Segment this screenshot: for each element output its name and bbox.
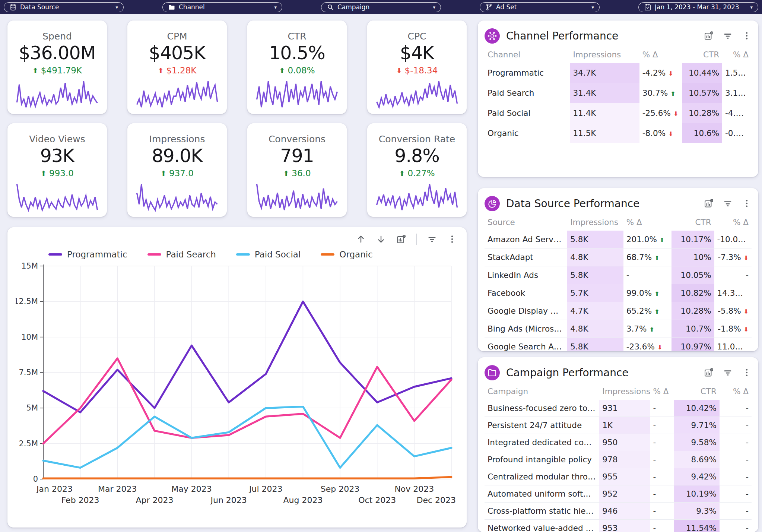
kpi-title: CPC (408, 31, 426, 42)
column-header-impressions-1[interactable]: Impressions (570, 47, 639, 63)
column-header-ctr-3[interactable]: CTR (682, 47, 723, 63)
legend-item-organic[interactable]: Organic (321, 250, 372, 259)
svg-text:Sep 2023: Sep 2023 (321, 484, 359, 494)
filter-bar: Data Source▾Channel▾Campaign▾Ad Set▾Jan … (0, 0, 762, 14)
arrow-down-icon: ⬇ (748, 237, 752, 244)
cell-ctr: 10.05% (671, 266, 714, 284)
table-row: Centralized modular throughput955-9.42%- (485, 468, 752, 485)
cell-impressions: 4.8K (567, 320, 623, 338)
cell-impressions: 11.5K (570, 123, 639, 143)
kpi-title: CTR (288, 31, 306, 42)
filter-icon[interactable] (723, 31, 733, 41)
svg-text:10M: 10M (21, 333, 38, 342)
arrow-up-icon: ⬆ (283, 170, 289, 177)
svg-text:12.5M: 12.5M (16, 297, 38, 306)
column-header-impressions-1[interactable]: Impressions (599, 383, 650, 400)
legend-item-programmatic[interactable]: Programmatic (48, 250, 127, 259)
panel-toolbar (704, 368, 752, 377)
panel-title: Campaign Performance (506, 367, 698, 379)
cell-ctr: 10.42% (674, 400, 720, 417)
kpi-value: 10.5% (269, 42, 325, 64)
table-row: Networked value-added time-frame953-11.5… (485, 520, 752, 532)
filter-dropdown-ad-set[interactable]: Ad Set▾ (480, 2, 600, 12)
svg-text:Aug 2023: Aug 2023 (283, 495, 323, 505)
chart-settings-icon[interactable] (396, 234, 406, 244)
cell-ctr: 9.42% (674, 468, 720, 485)
arrow-down-icon[interactable] (376, 234, 386, 244)
kpi-title: Spend (42, 31, 72, 42)
filter-dropdown-channel[interactable]: Channel▾ (162, 2, 282, 12)
chart-settings-icon[interactable] (704, 368, 714, 377)
pie-icon (485, 196, 500, 211)
date-range-picker[interactable]: Jan 1, 2023 - Mar 31, 2023▾ (638, 2, 758, 12)
chevron-down-icon: ▾ (591, 4, 594, 10)
arrow-down-icon: ⬇ (396, 67, 402, 74)
folder-outline-icon (485, 365, 500, 380)
arrow-down-icon: ⬇ (744, 254, 749, 262)
kebab-icon[interactable] (447, 234, 457, 244)
cell-delta-ctr-value: - (746, 270, 749, 280)
cell-ctr: 10.6% (682, 123, 723, 143)
arrow-up-icon: ⬆ (745, 344, 750, 351)
cell-name: Networked value-added time-frame (485, 520, 599, 532)
column-header--2[interactable]: % Δ (623, 214, 671, 231)
filter-icon[interactable] (723, 199, 733, 208)
kebab-icon[interactable] (742, 199, 752, 208)
column-header--4[interactable]: % Δ (714, 214, 752, 231)
kpi-value: $36.00M (19, 42, 96, 64)
column-header--2[interactable]: % Δ (639, 47, 682, 63)
arrow-down-icon: ⬇ (668, 70, 673, 77)
legend-item-paid-social[interactable]: Paid Social (236, 250, 301, 259)
arrow-up-icon: ⬆ (745, 290, 750, 297)
database-icon (9, 3, 17, 11)
chart-settings-icon[interactable] (704, 31, 714, 41)
column-header--4[interactable]: % Δ (722, 47, 752, 63)
filter-dropdown-campaign[interactable]: Campaign▾ (321, 2, 441, 12)
arrow-up-icon: ⬆ (654, 290, 659, 297)
arrow-up-icon[interactable] (356, 234, 366, 244)
arrow-up-icon: ⬆ (748, 90, 752, 97)
data-table: CampaignImpressions% ΔCTR% ΔBusiness-foc… (485, 383, 752, 532)
panel-header: Channel Performance (485, 25, 752, 47)
filter-dropdown-data-source[interactable]: Data Source▾ (4, 2, 124, 12)
column-header-source-0[interactable]: Source (485, 214, 567, 231)
cell-delta-impressions-value: - (653, 489, 656, 498)
cell-delta-impressions-value: 3.7% (626, 324, 647, 333)
cell-delta-ctr: -4.1%⬇ (722, 103, 752, 123)
cell-impressions: 4.8K (567, 248, 623, 266)
cell-delta-impressions-value: 99.0% (626, 288, 652, 298)
kpi-delta-value: 0.08% (288, 66, 315, 75)
trend-chart-panel: ProgrammaticPaid SearchPaid SocialOrgani… (7, 227, 467, 528)
column-header--4[interactable]: % Δ (720, 383, 752, 400)
cell-delta-ctr-value: - (746, 421, 749, 430)
chevron-down-icon: ▾ (433, 4, 435, 10)
column-header-ctr-3[interactable]: CTR (674, 383, 720, 400)
cell-delta-ctr-value: -1.8% (718, 324, 741, 333)
arrow-up-icon: ⬆ (158, 67, 164, 74)
column-header-campaign-0[interactable]: Campaign (485, 383, 599, 400)
column-header-channel-0[interactable]: Channel (485, 47, 570, 63)
kpi-delta-value: $-18.34 (405, 66, 438, 75)
panel-title: Channel Performance (506, 30, 698, 42)
column-header--2[interactable]: % Δ (650, 383, 674, 400)
kebab-icon[interactable] (742, 31, 752, 41)
chart-settings-icon[interactable] (704, 199, 714, 208)
filter-label: Campaign (337, 3, 369, 11)
filter-icon[interactable] (427, 234, 437, 244)
cell-delta-impressions-value: - (626, 270, 629, 280)
cell-ctr: 10.17% (671, 231, 714, 248)
cell-name: Centralized modular throughput (485, 468, 599, 485)
cell-delta-ctr-value: - (746, 506, 749, 516)
column-header-impressions-1[interactable]: Impressions (567, 214, 623, 231)
kebab-icon[interactable] (742, 368, 752, 377)
legend-swatch (236, 253, 250, 256)
column-header-ctr-3[interactable]: CTR (671, 214, 714, 231)
folder-icon (168, 3, 175, 11)
data-table: ChannelImpressions% ΔCTR% ΔProgrammatic3… (485, 47, 752, 143)
cell-delta-impressions: - (650, 468, 674, 485)
legend-item-paid-search[interactable]: Paid Search (147, 250, 216, 259)
cell-name: Cross-platform static hierarchy (485, 503, 599, 520)
arrow-up-icon: ⬆ (161, 170, 166, 177)
cell-name: Bing Ads (Microsoft Advert... (485, 320, 567, 338)
filter-icon[interactable] (723, 368, 733, 377)
